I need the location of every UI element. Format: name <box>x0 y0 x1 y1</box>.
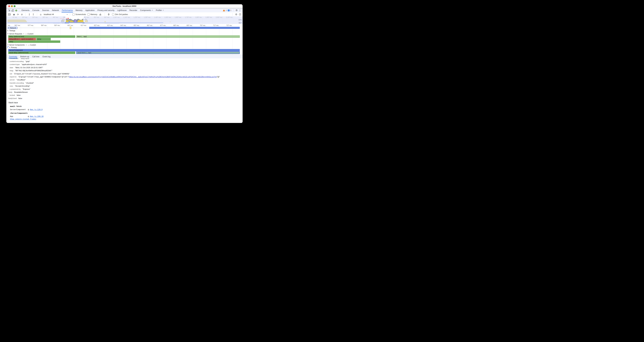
message-icon[interactable] <box>228 10 230 11</box>
timeline-bar-fetch-api[interactable]: fetch (…/api) <box>76 35 240 38</box>
timeline-bar-servercomponent[interactable]: ServerComponent <box>8 49 240 51</box>
timeline-bar-delay[interactable]: delay <box>36 38 51 40</box>
react-atom-icon: ⚛ <box>23 33 24 35</box>
ruler-tick-label: 717 ms <box>209 25 218 26</box>
extension-icon[interactable] <box>14 9 18 12</box>
tab-network[interactable]: Network <box>50 8 60 12</box>
selection-right-handle[interactable] <box>83 18 85 22</box>
property-key: vary <box>10 85 13 87</box>
tab-bottom-up[interactable]: Bottom-up <box>19 55 30 58</box>
property-key: etag <box>10 70 13 72</box>
ruler-tick-label: 687 ms <box>170 25 179 26</box>
ruler-tick-label: 627 ms <box>90 25 100 26</box>
record-and-reload-icon[interactable] <box>8 13 11 16</box>
tab-components[interactable]: Components⚛ <box>139 8 154 12</box>
timings-track-label: Timings <box>9 30 15 32</box>
tab-sources[interactable]: Sources <box>41 8 50 12</box>
expanded-triangle-icon: ▼ <box>9 47 10 48</box>
stack-frame-source-link[interactable]: App.js:128:9 <box>30 109 42 111</box>
garbage-collect-icon[interactable] <box>99 13 102 16</box>
react-atom-icon: ⚛ <box>26 44 27 46</box>
property-value: "{\"report_to\":\"cf-nel\",\"success_fra… <box>14 73 70 75</box>
ruler-tick-label: 617 ms <box>77 25 86 26</box>
server-components-track-header[interactable]: ▼ Server Components ⚛ — Custom <box>8 44 36 46</box>
kebab-menu-icon[interactable]: ⋮ <box>239 9 241 12</box>
tab-event-log[interactable]: Event log <box>41 55 52 58</box>
reload-icon[interactable]: ⟳ <box>17 13 19 16</box>
tab-performance[interactable]: Performance <box>60 8 74 12</box>
profile-select-value: localhost #4 <box>44 13 67 16</box>
track-resize-grip[interactable] <box>17 27 18 29</box>
summary-details-pane: connection"keep-alive"content-encoding"g… <box>6 58 242 123</box>
home-icon[interactable]: ⌂ <box>40 13 42 16</box>
help-icon[interactable]: ? <box>239 13 241 16</box>
capture-settings-gear-icon[interactable]: ⚙ <box>235 13 238 16</box>
network-highlight-marker[interactable] <box>70 27 71 29</box>
ruler-tick-label: 657 ms <box>130 25 139 26</box>
tab-call-tree[interactable]: Call tree <box>31 55 41 58</box>
tab-application[interactable]: Application <box>84 8 96 12</box>
inspect-element-icon[interactable] <box>8 9 11 12</box>
property-key: locked <box>10 94 15 96</box>
property-key: server <box>10 79 15 81</box>
tab-label: Elements <box>22 8 30 12</box>
tab-label: Summary <box>9 56 17 58</box>
network-request-bar[interactable] <box>89 27 240 29</box>
tab-label: Network <box>52 8 59 12</box>
timeline-bar-await-fetch-api[interactable]: await fetch (…/api) <box>76 52 240 54</box>
timeline-bar-delayederror-ayed-exception[interactable]: delayedError (…ayed exception) <box>8 38 36 40</box>
timings-track-header[interactable]: ▶ Timings <box>8 30 15 32</box>
server-requests-track-header[interactable]: ▼ Server Requests ⚛ — Custom <box>8 33 34 35</box>
tab-label: Memory <box>76 8 82 12</box>
tab-privacy-and-security[interactable]: Privacy and security <box>96 8 116 12</box>
overview-dim-right <box>84 16 242 24</box>
warning-icon[interactable] <box>223 9 225 11</box>
primary-group-header[interactable]: ▼ Primary <box>9 47 17 48</box>
property-key: x-powered-by <box>10 88 21 90</box>
timeline-bar-delay-deferred-text[interactable]: delay (deferred text) <box>8 35 75 38</box>
selection-left-handle[interactable] <box>64 18 66 22</box>
tab-summary[interactable]: Summary <box>8 55 19 58</box>
screenshots-checkbox[interactable] <box>72 13 75 16</box>
tab-recorder[interactable]: Recorder <box>128 8 139 12</box>
tab-profiler[interactable]: Profiler⚛ <box>154 8 165 12</box>
property-key: date <box>10 67 13 69</box>
tab-elements[interactable]: Elements <box>20 8 31 12</box>
tab-lighthouse[interactable]: Lighthouse <box>116 8 128 12</box>
dim-3rd-parties-label: Dim 3rd parties <box>115 13 128 16</box>
custom-track-suffix: — Custom <box>25 33 34 35</box>
property-value: "application/json; charset=utf-8" <box>22 64 47 65</box>
collapse-sections-icon[interactable] <box>107 13 110 16</box>
expanded-triangle-icon: ▼ <box>8 33 8 35</box>
property-row-vary: vary"Accept-Encoding" <box>6 85 242 88</box>
property-value: ReadableStream <box>14 91 28 93</box>
clear-icon[interactable]: ⊘ <box>20 13 23 16</box>
tab-console[interactable]: Console <box>31 8 41 12</box>
property-value: false <box>17 94 20 96</box>
property-value: "gzip" <box>25 61 30 62</box>
overview-minimap[interactable]: 97 ms197 ms297 ms397 ms497 ms597 ms697 m… <box>6 16 242 24</box>
tab-memory[interactable]: Memory <box>74 8 84 12</box>
ruler-tick-label: 647 ms <box>116 25 126 26</box>
timeline-bar-await-delay-deferred-text[interactable]: await delay (deferred text) <box>8 52 75 54</box>
settings-gear-icon[interactable]: ⚙ <box>236 9 238 12</box>
dim-3rd-parties-checkbox[interactable] <box>112 13 114 16</box>
profile-select[interactable]: localhost #4 ▾ <box>44 13 68 16</box>
device-toolbar-icon[interactable] <box>11 9 14 12</box>
report-endpoint-link[interactable]: https://a.nel.cloudflare.com/report/v4?s… <box>69 76 217 78</box>
memory-checkbox[interactable] <box>88 13 90 16</box>
tab-label: Components <box>140 8 151 12</box>
property-value: "cloudflare" <box>16 79 26 81</box>
download-profile-icon[interactable]: ↧ <box>32 13 34 16</box>
timeline-bar-delay[interactable]: delay <box>8 41 60 43</box>
record-icon[interactable]: ◉ <box>13 13 15 16</box>
show-ignore-listed-frames-link[interactable]: Show ignore-listed frames <box>8 118 36 120</box>
property-row-content-encoding: content-encoding"gzip" <box>6 60 242 63</box>
property-value: "Express" <box>22 88 30 90</box>
stack-frame-source-link[interactable]: App.js:190:16 <box>30 115 44 117</box>
network-track-label: Network <box>10 27 16 29</box>
stack-frame: ServerComponent@App.js:128:9 <box>8 109 241 111</box>
network-track-header[interactable]: ▶ Network <box>8 27 17 29</box>
upload-profile-icon[interactable]: ↥ <box>28 13 30 16</box>
timeline-tracks: ms567 ms577 ms587 ms597 ms607 ms617 ms62… <box>6 24 242 55</box>
